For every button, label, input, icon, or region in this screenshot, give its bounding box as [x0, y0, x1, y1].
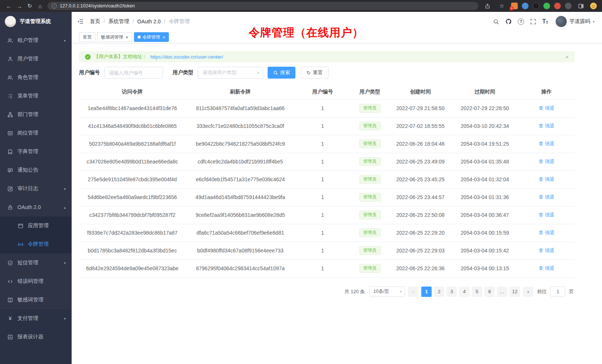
sidebar-item-report-designer[interactable]: 报表设计器 — [0, 328, 72, 346]
extension-icon-1[interactable]: 0 — [511, 3, 518, 9]
force-logout-button[interactable]: 强退 — [539, 265, 554, 272]
tab-token[interactable]: 令牌管理 × — [134, 32, 169, 42]
fullscreen-icon[interactable] — [530, 19, 536, 25]
doc-link[interactable]: https://doc.iocoder.cn/user-center/ — [150, 54, 223, 60]
close-icon[interactable]: × — [162, 35, 166, 40]
sidebar-item-sensitive-word[interactable]: 敏感词管理 — [0, 291, 72, 309]
close-icon[interactable]: × — [565, 54, 569, 60]
header-actions: ? TT 芋道源码 ▾ — [493, 16, 595, 27]
search-icon[interactable] — [493, 19, 499, 25]
sidebar-item-dict[interactable]: 字典管理 — [0, 142, 72, 161]
sidebar-item-notice[interactable]: 通知公告 — [0, 161, 72, 179]
font-size-icon[interactable]: TT — [542, 18, 548, 25]
search-form: 用户编号 用户类型 请选择用户类型 ▾ 搜索 ↻ 重置 — [79, 67, 575, 79]
sidebar-item-oauth[interactable]: OAuth 2.0 ▴ — [0, 198, 72, 216]
site-info-icon[interactable]: i — [52, 3, 57, 9]
browser-address-bar[interactable]: i 127.0.0.1:1024/system/oauth2/token — [48, 2, 478, 10]
alert-text: 【用户体系】文档地址： — [94, 53, 147, 60]
sidebar-item-payment[interactable]: ¥ 支付管理 ▾ — [0, 309, 72, 328]
search-button[interactable]: 搜索 — [268, 67, 295, 79]
help-icon[interactable]: ? — [518, 19, 524, 25]
create-time-cell: 2022-06-25 23:44:57 — [390, 188, 451, 206]
create-time-cell: 2022-07-29 21:58:50 — [390, 99, 451, 117]
chevron-down-icon: ▾ — [64, 317, 66, 321]
goto-page-input[interactable] — [550, 287, 565, 297]
force-logout-button[interactable]: 强退 — [539, 194, 554, 201]
next-page-button[interactable]: › — [523, 287, 533, 297]
sidebar-item-token[interactable]: 令牌管理 — [0, 235, 72, 254]
sidebar-toggle-icon[interactable] — [77, 18, 84, 25]
user-id-cell: 1 — [295, 117, 350, 135]
refresh-token-cell: b0df4980ffd34c67a08f9156e4eee733 — [186, 242, 295, 259]
pager-more-button[interactable]: ... — [497, 287, 507, 297]
extension-icon-5[interactable] — [554, 3, 561, 9]
force-logout-button[interactable]: 强退 — [539, 123, 554, 129]
extension-icon-4[interactable] — [543, 3, 550, 9]
sms-icon — [7, 260, 13, 266]
extension-icon-3[interactable] — [533, 3, 539, 9]
pager-page-button[interactable]: 2 — [434, 287, 444, 297]
pager-page-button[interactable]: 5 — [472, 287, 482, 297]
prev-page-button[interactable]: ‹ — [408, 287, 418, 297]
browser-home-icon[interactable]: ⌂ — [35, 1, 45, 11]
expire-time-cell: 2022-07-29 22:28:50 — [451, 99, 519, 117]
sidebar-item-role[interactable]: 角色管理 — [0, 68, 72, 87]
browser-back-icon[interactable]: ← — [4, 1, 14, 11]
breadcrumb-item-oauth[interactable]: OAuth 2.0 — [129, 19, 161, 24]
pager-page-button[interactable]: 6 — [484, 287, 495, 297]
force-logout-label: 强退 — [545, 265, 554, 272]
reset-button[interactable]: ↻ 重置 — [301, 67, 328, 79]
bookmark-star-icon[interactable]: ☆ — [497, 1, 507, 11]
close-icon[interactable]: × — [125, 35, 128, 40]
expire-time-cell: 2054-03-04 01:35:48 — [451, 153, 519, 171]
pager-page-button[interactable]: 4 — [459, 287, 470, 297]
split-view-icon[interactable] — [576, 1, 586, 11]
create-time-cell: 2022-06-25 22:29:03 — [390, 242, 451, 259]
app-logo[interactable]: 芋道管理系统 — [0, 12, 72, 31]
pager-page-button[interactable]: 3 — [446, 287, 457, 297]
extension-icon-2[interactable] — [522, 3, 529, 9]
access-token-cell: c342377bf8b344799dcbf7bf095287f2 — [79, 206, 186, 224]
force-logout-button[interactable]: 强退 — [539, 105, 554, 112]
browser-refresh-icon[interactable]: ↻ — [24, 1, 35, 11]
pager-pages: 123456...12 — [421, 287, 520, 297]
user-menu[interactable]: 芋道源码 ▾ — [556, 16, 595, 27]
user-id-cell: 1 — [295, 171, 350, 188]
token-table-body: 1ea5e44f8bc1467aaede43144f31de76811c5304… — [79, 99, 575, 277]
extension-icon-6[interactable] — [565, 3, 572, 9]
profile-avatar-icon[interactable]: ☺ — [590, 3, 597, 9]
tab-home[interactable]: 首页 — [79, 32, 95, 42]
pager-page-button[interactable]: 1 — [421, 287, 432, 297]
sidebar-item-audit-log[interactable]: 审计日志 ▾ — [0, 179, 72, 198]
share-icon[interactable] — [482, 1, 493, 11]
sidebar-item-dept[interactable]: 部门管理 — [0, 105, 72, 124]
access-token-cell: f9336e7c7dd242a283ee98dc86b17a87 — [79, 224, 186, 242]
sidebar-item-sms[interactable]: 短信管理 ▾ — [0, 254, 72, 272]
browser-forward-icon[interactable]: → — [14, 1, 24, 11]
force-logout-button[interactable]: 强退 — [539, 158, 554, 165]
sidebar-item-application[interactable]: 应用管理 — [0, 216, 72, 235]
breadcrumb-item-home[interactable]: 首页 — [90, 18, 100, 25]
sidebar-item-label: 菜单管理 — [17, 93, 38, 99]
force-logout-button[interactable]: 强退 — [539, 176, 554, 183]
user-type-select[interactable]: 请选择用户类型 ▾ — [198, 67, 263, 79]
force-logout-label: 强退 — [545, 105, 554, 112]
sidebar-item-tenant[interactable]: 租户管理 ▾ — [0, 31, 72, 50]
force-logout-button[interactable]: 强退 — [539, 212, 554, 218]
sidebar-item-error-code[interactable]: 错误码管理 — [0, 272, 72, 291]
sidebar-item-menu[interactable]: 菜单管理 — [0, 87, 72, 105]
page-size-select[interactable]: 10条/页 ▾ — [369, 287, 405, 297]
breadcrumb-item-system[interactable]: 系统管理 — [100, 18, 129, 25]
github-icon[interactable] — [505, 18, 512, 25]
sidebar-item-post[interactable]: 岗位管理 — [0, 124, 72, 142]
tab-sensitive-word[interactable]: 敏感词管理 × — [97, 32, 132, 42]
pager-page-button[interactable]: 12 — [510, 287, 520, 297]
force-logout-button[interactable]: 强退 — [539, 140, 554, 147]
sidebar-item-user[interactable]: 用户管理 — [0, 50, 72, 68]
force-logout-button[interactable]: 强退 — [539, 229, 554, 236]
col-create-time: 创建时间 — [390, 85, 451, 99]
user-id-label: 用户编号 — [79, 69, 100, 76]
force-logout-button[interactable]: 强退 — [539, 247, 554, 254]
user-id-input[interactable] — [104, 67, 163, 79]
user-type-badge: 管理员 — [359, 264, 381, 273]
